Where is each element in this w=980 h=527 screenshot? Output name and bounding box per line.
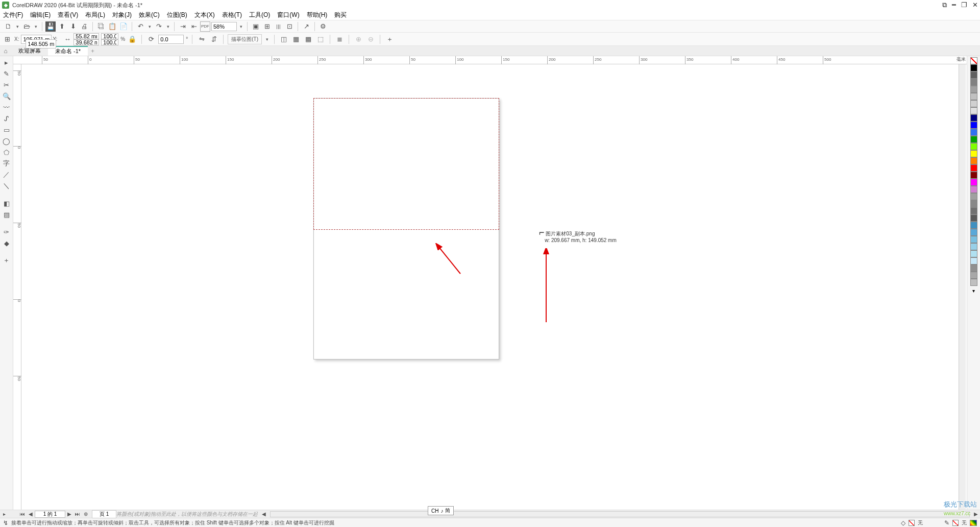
height-input[interactable]: [74, 39, 99, 45]
color-swatch[interactable]: [970, 186, 977, 193]
color-swatch[interactable]: [970, 114, 977, 122]
maximize-icon[interactable]: ❐: [961, 1, 967, 9]
menu-help[interactable]: 帮助(H): [307, 11, 328, 19]
crop-tool-icon[interactable]: ✂: [0, 80, 13, 90]
cloud-up-icon[interactable]: ⬆: [57, 21, 67, 32]
zoom-dd-icon[interactable]: ▾: [238, 24, 244, 29]
horizontal-ruler[interactable]: 毫米 5005010015020025030050100150200250300…: [13, 56, 967, 64]
paste-icon[interactable]: 📋: [107, 21, 117, 32]
fill-tool-icon[interactable]: ◆: [0, 238, 13, 248]
palette-more-icon[interactable]: ▾: [972, 288, 975, 294]
ellipse-tool-icon[interactable]: ◯: [0, 136, 13, 146]
text-tool-icon[interactable]: 字: [0, 158, 13, 169]
width-input[interactable]: [74, 33, 99, 39]
new-dropdown-icon[interactable]: ▾: [14, 24, 20, 29]
resample-icon[interactable]: ▩: [303, 34, 313, 44]
canvas-body[interactable]: ⌐ 图片素材03_副本.png w: 209.667 mm, h: 149.05…: [21, 64, 967, 510]
zoom-tool-icon[interactable]: 🔍: [0, 91, 13, 101]
menu-layout[interactable]: 布局(L): [85, 11, 105, 19]
undo-dd-icon[interactable]: ▾: [146, 24, 153, 29]
fullscreen-icon[interactable]: ▣: [251, 21, 261, 32]
pick-tool-icon[interactable]: ▸: [0, 57, 13, 67]
group-icon[interactable]: ⊕: [353, 34, 363, 44]
menu-tools[interactable]: 工具(O): [249, 11, 270, 19]
close-icon[interactable]: ✕: [972, 1, 978, 9]
next-page-icon[interactable]: ▶: [65, 511, 74, 517]
menu-file[interactable]: 文件(F): [3, 11, 23, 19]
color-swatch[interactable]: [970, 107, 977, 114]
color-swatch[interactable]: [970, 150, 977, 157]
page-counter-input[interactable]: [35, 511, 65, 518]
ungroup-icon[interactable]: ⊖: [365, 34, 376, 44]
print-icon[interactable]: 🖨: [79, 21, 89, 32]
shape-tool-icon[interactable]: ✎: [0, 68, 13, 79]
redo-dd-icon[interactable]: ▾: [165, 24, 171, 29]
window-popout-icon[interactable]: ⧉: [942, 1, 947, 9]
rectangle-tool-icon[interactable]: ▭: [0, 125, 13, 135]
ime-indicator[interactable]: CH ♪ 简: [428, 506, 454, 515]
first-page-icon[interactable]: ⏮: [18, 511, 27, 517]
vertical-scrollbar[interactable]: [959, 64, 966, 510]
home-icon[interactable]: ⌂: [0, 46, 11, 56]
shadow-tool-icon[interactable]: ◧: [0, 198, 13, 208]
menu-table[interactable]: 表格(T): [222, 11, 242, 19]
swatch-none[interactable]: [970, 57, 977, 64]
color-swatch[interactable]: [970, 179, 977, 186]
color-swatch[interactable]: [970, 265, 977, 272]
hscroll-left-icon[interactable]: ◀: [260, 511, 268, 517]
outline-indicator-icon[interactable]: ✎: [944, 519, 949, 526]
horizontal-scrollbar[interactable]: [270, 511, 970, 517]
open-dropdown-icon[interactable]: ▾: [33, 24, 39, 29]
align-icon[interactable]: ≣: [334, 34, 345, 44]
menu-view[interactable]: 查看(V): [58, 11, 78, 19]
wrap-icon[interactable]: ⬚: [315, 34, 326, 44]
redo-icon[interactable]: ↷: [154, 21, 164, 32]
color-swatch[interactable]: [970, 236, 977, 243]
save-icon[interactable]: 💾: [45, 21, 56, 32]
trace-dd-icon[interactable]: ▾: [264, 37, 270, 42]
open-icon[interactable]: 🗁: [21, 21, 32, 32]
color-swatch[interactable]: [970, 229, 977, 236]
color-swatch[interactable]: [970, 100, 977, 107]
add-preset-icon[interactable]: ＋: [384, 34, 395, 44]
add-page-icon[interactable]: ⊕: [82, 511, 90, 517]
fill-indicator-icon[interactable]: ◇: [901, 519, 905, 526]
snap-grid-icon[interactable]: ⊞: [262, 21, 272, 32]
connector-tool-icon[interactable]: ＼: [0, 181, 13, 191]
palette-icon[interactable]: [970, 520, 977, 526]
transparency-tool-icon[interactable]: ▨: [0, 209, 13, 220]
last-page-icon[interactable]: ⏭: [74, 511, 82, 517]
color-swatch[interactable]: [970, 143, 977, 150]
export-icon[interactable]: ⇤: [189, 21, 199, 32]
eyedropper-tool-icon[interactable]: ✑: [0, 227, 13, 237]
quick-customize-icon[interactable]: ＋: [0, 255, 13, 266]
menu-edit[interactable]: 编辑(E): [30, 11, 51, 19]
menu-bitmap[interactable]: 位图(B): [167, 11, 187, 19]
prev-page-icon[interactable]: ◀: [27, 511, 35, 517]
pdf-icon[interactable]: PDF: [200, 21, 210, 32]
menu-object[interactable]: 对象(J): [112, 11, 132, 19]
color-swatch[interactable]: [970, 250, 977, 257]
scroll-left-icon[interactable]: ▸: [0, 511, 8, 517]
menu-buy[interactable]: 购买: [334, 11, 347, 19]
color-swatch[interactable]: [970, 129, 977, 136]
scale-x-input[interactable]: [101, 33, 118, 39]
page-tab-1[interactable]: 页 1: [92, 510, 116, 518]
color-swatch[interactable]: [970, 86, 977, 93]
color-swatch[interactable]: [970, 64, 977, 71]
mirror-h-icon[interactable]: ⇋: [197, 34, 207, 44]
outline-swatch[interactable]: [952, 520, 959, 526]
vertical-ruler[interactable]: 50050050: [13, 64, 21, 510]
color-swatch[interactable]: [970, 243, 977, 250]
color-swatch[interactable]: [970, 272, 977, 279]
fill-swatch[interactable]: [909, 520, 915, 526]
bitmap-edit-icon[interactable]: ▦: [291, 34, 301, 44]
color-swatch[interactable]: [970, 164, 977, 172]
menu-window[interactable]: 窗口(W): [277, 11, 299, 19]
snap-objects-icon[interactable]: ⊡: [284, 21, 295, 32]
trace-button[interactable]: 描摹位图(T): [228, 34, 262, 44]
canvas[interactable]: 毫米 5005010015020025030050100150200250300…: [13, 56, 967, 510]
mirror-v-icon[interactable]: ⇵: [209, 34, 219, 44]
polygon-tool-icon[interactable]: ⬠: [0, 147, 13, 157]
color-swatch[interactable]: [970, 257, 977, 265]
